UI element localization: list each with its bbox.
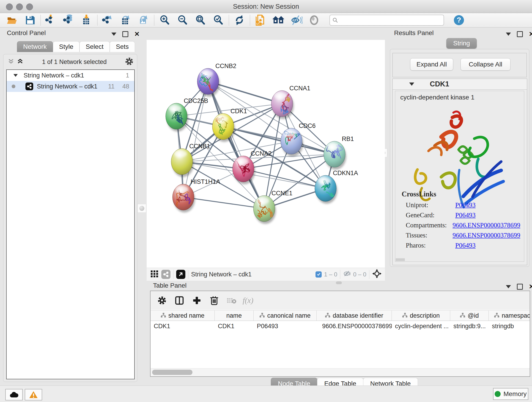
tab-style[interactable]: Style	[53, 41, 80, 52]
network-edge[interactable]	[223, 127, 335, 154]
tab-network[interactable]: Network	[17, 41, 53, 52]
network-from-file-icon[interactable]	[252, 14, 269, 27]
refresh-icon[interactable]	[230, 14, 248, 27]
export-network-icon[interactable]	[99, 14, 117, 27]
network-node-cdc6[interactable]	[281, 128, 303, 157]
import-table-icon[interactable]	[78, 14, 96, 27]
network-edge[interactable]	[183, 197, 264, 209]
network-node-ccna1[interactable]	[271, 90, 294, 119]
crosslink-value[interactable]: 9606.ENSP00000378699	[452, 221, 520, 229]
table-cell[interactable]: 9606.ENSP00000378699	[317, 321, 392, 332]
import-database-icon[interactable]	[60, 14, 78, 27]
fit-content-icon[interactable]	[372, 269, 382, 280]
expand-all-button[interactable]: Expand All	[410, 58, 453, 70]
network-options-gear-icon[interactable]	[125, 57, 133, 66]
gene-details: cyclin-dependent kinase 1	[395, 91, 524, 262]
delete-column-icon[interactable]	[206, 293, 223, 308]
hierarchy-icon	[460, 312, 465, 319]
network-row[interactable]: String Network – cdk1 11 48	[7, 81, 134, 92]
cloud-button[interactable]	[5, 389, 23, 400]
close-panel-icon[interactable]: ✕	[529, 32, 532, 36]
expand-all-icon[interactable]	[17, 58, 24, 66]
undock-panel-icon[interactable]	[517, 31, 523, 37]
undock-panel-icon[interactable]	[517, 284, 523, 290]
warnings-button[interactable]	[25, 389, 42, 400]
expander-icon[interactable]	[13, 74, 18, 77]
crosslink-value[interactable]: P06493	[455, 211, 476, 219]
close-panel-icon[interactable]: ✕	[134, 32, 139, 36]
table-cell[interactable]: CDK1	[215, 321, 254, 332]
control-panel-title: Control Panel	[7, 29, 46, 37]
home-view-icon[interactable]	[269, 14, 287, 27]
tab-select[interactable]: Select	[80, 41, 110, 52]
table-settings-gear-icon[interactable]	[153, 293, 171, 308]
zoom-fit-icon[interactable]	[191, 14, 209, 27]
column-header-description[interactable]: description	[392, 311, 450, 321]
close-panel-icon[interactable]: ✕	[529, 284, 532, 289]
crosslink-row: Uniprot: P06493	[406, 201, 520, 209]
network-node-hist1h1a[interactable]	[172, 184, 195, 212]
crosslink-value[interactable]: P06493	[455, 201, 476, 209]
undock-panel-icon[interactable]	[122, 31, 128, 37]
column-header-canonical-name[interactable]: canonical name	[254, 311, 317, 321]
zoom-selected-icon[interactable]	[209, 14, 227, 27]
column-header-name[interactable]: name	[215, 311, 254, 321]
zoom-out-icon[interactable]	[174, 14, 191, 27]
column-header-database-identifier[interactable]: database identifier	[317, 311, 392, 321]
selected-checkbox[interactable]	[316, 271, 322, 278]
float-panel-icon[interactable]	[506, 285, 511, 288]
save-session-icon[interactable]	[21, 14, 39, 27]
column-header--id[interactable]: @id	[450, 311, 489, 321]
export-table-icon[interactable]	[117, 14, 135, 27]
table-row[interactable]: CDK1CDK1P064939606.ENSP00000378699cyclin…	[151, 321, 530, 332]
crosslink-value[interactable]: P06493	[455, 242, 476, 249]
status-bar: Memory	[0, 385, 532, 402]
table-cell[interactable]: stringdb:9...	[450, 321, 489, 332]
import-network-icon[interactable]	[42, 14, 60, 27]
help-icon[interactable]: ?	[450, 14, 468, 27]
add-column-icon[interactable]	[188, 293, 206, 308]
network-node-ccne1[interactable]	[253, 196, 276, 224]
column-header-shared-name[interactable]: shared name	[151, 311, 215, 321]
table-cell[interactable]: P06493	[254, 321, 317, 332]
network-node-rb1[interactable]	[324, 141, 346, 170]
show-columns-icon[interactable]	[171, 293, 188, 308]
float-panel-icon[interactable]	[111, 32, 116, 36]
collapse-all-icon[interactable]	[7, 58, 14, 66]
export-image-icon[interactable]	[135, 14, 152, 27]
float-panel-icon[interactable]	[506, 32, 511, 36]
results-scrollbar-thumb[interactable]	[396, 258, 405, 261]
tab-string[interactable]: String	[446, 38, 477, 49]
column-header-namespace[interactable]: namespace	[489, 311, 530, 321]
crosslink-label: Pharos:	[406, 242, 455, 249]
collapse-all-button[interactable]: Collapse All	[461, 58, 510, 70]
hide-selected-icon[interactable]	[287, 14, 305, 27]
left-splitter-handle[interactable]	[138, 204, 146, 213]
scrollbar-thumb[interactable]	[152, 370, 192, 375]
table-cell[interactable]: cyclin-dependent ...	[392, 321, 450, 332]
gene-section-header[interactable]: CDK1	[393, 79, 527, 89]
collapse-section-icon[interactable]	[409, 83, 414, 86]
zoom-in-icon[interactable]	[156, 14, 174, 27]
network-node-cdkn1a[interactable]	[315, 175, 337, 204]
bottom-splitter-handle[interactable]	[336, 281, 342, 284]
network-node-cdk1[interactable]	[212, 114, 235, 142]
network-node-ccna2[interactable]	[233, 156, 255, 184]
tab-sets[interactable]: Sets	[110, 41, 135, 52]
network-node-ccnb1[interactable]	[171, 148, 194, 177]
network-canvas[interactable]: CCNB2CCNA1CDC25BCDK1CDC6RB1CCNB1CCNA2CDK…	[147, 40, 385, 268]
show-hidden-icon[interactable]	[305, 14, 323, 27]
memory-button[interactable]: Memory	[493, 388, 528, 400]
open-in-window-icon[interactable]	[176, 270, 185, 279]
network-share-badge-icon[interactable]	[161, 270, 171, 279]
crosslink-value[interactable]: 9606.ENSP00000378699	[452, 231, 520, 239]
open-session-icon[interactable]	[3, 14, 21, 27]
network-edge[interactable]	[208, 81, 264, 209]
search-input[interactable]	[329, 15, 444, 26]
network-node-ccnb2[interactable]	[197, 68, 220, 97]
table-cell[interactable]: stringdb	[489, 321, 530, 332]
network-collection-row[interactable]: String Network – cdk1 1	[7, 70, 134, 81]
grid-view-icon[interactable]	[150, 269, 158, 279]
table-cell[interactable]: CDK1	[151, 321, 215, 332]
table-horizontal-scrollbar[interactable]	[151, 368, 530, 376]
